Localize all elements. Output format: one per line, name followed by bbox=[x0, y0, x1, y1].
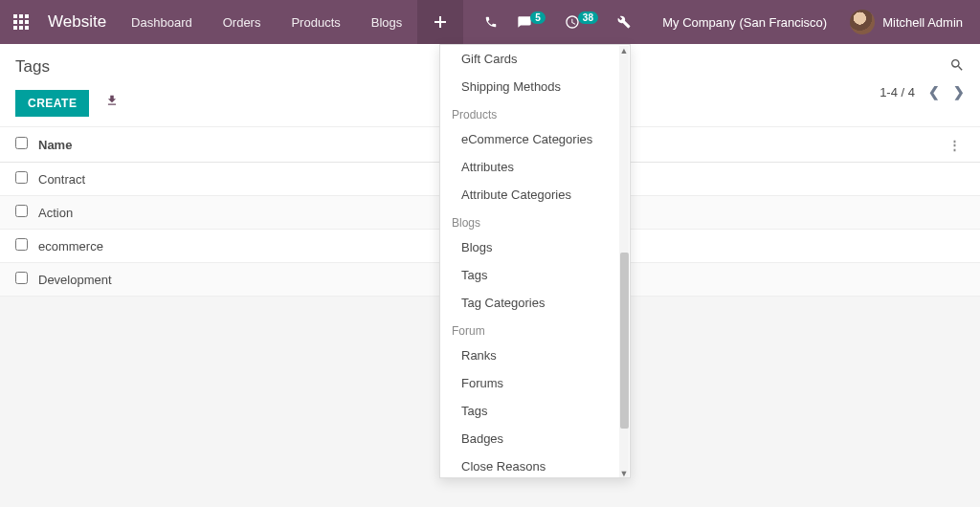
svg-rect-5 bbox=[25, 20, 29, 24]
top-navbar: Website Dashboard Orders Products Blogs … bbox=[0, 0, 980, 44]
dropdown-scrollbar[interactable]: ▲ ▼ bbox=[619, 46, 629, 478]
scroll-thumb[interactable] bbox=[620, 253, 629, 429]
brand-website[interactable]: Website bbox=[38, 9, 116, 35]
tools-icon[interactable] bbox=[608, 15, 640, 29]
svg-rect-0 bbox=[13, 14, 17, 18]
apps-icon[interactable] bbox=[8, 9, 34, 35]
dd-section-blogs: Blogs bbox=[440, 209, 630, 233]
import-icon[interactable] bbox=[105, 95, 119, 110]
nav-products[interactable]: Products bbox=[276, 15, 355, 30]
svg-rect-1 bbox=[19, 14, 23, 18]
dd-close-reasons[interactable]: Close Reasons bbox=[440, 452, 630, 478]
dd-ranks[interactable]: Ranks bbox=[440, 342, 630, 369]
nav-orders[interactable]: Orders bbox=[208, 15, 277, 30]
row-checkbox[interactable] bbox=[15, 272, 28, 284]
breadcrumb: Tags bbox=[15, 57, 490, 77]
svg-rect-8 bbox=[25, 26, 29, 30]
dd-section-products: Products bbox=[440, 100, 630, 125]
svg-rect-3 bbox=[13, 20, 17, 24]
dd-badges[interactable]: Badges bbox=[440, 425, 630, 452]
company-selector[interactable]: My Company (San Francisco) bbox=[649, 15, 840, 30]
messages-icon[interactable]: 5 bbox=[507, 15, 555, 29]
scroll-down-icon[interactable]: ▼ bbox=[619, 469, 629, 478]
new-content-dropdown: Gift Cards Shipping Methods Products eCo… bbox=[439, 44, 631, 478]
activities-badge: 38 bbox=[578, 11, 598, 24]
svg-rect-7 bbox=[19, 26, 23, 30]
dd-blog-tags[interactable]: Tags bbox=[440, 261, 630, 289]
pager-prev-icon[interactable]: ❮ bbox=[928, 84, 940, 99]
pager: 1-4 / 4 ❮ ❯ bbox=[880, 84, 965, 99]
row-checkbox[interactable] bbox=[15, 238, 28, 251]
dd-section-forum: Forum bbox=[440, 317, 630, 342]
dd-tag-categories[interactable]: Tag Categories bbox=[440, 289, 630, 317]
columns-kebab-icon[interactable]: ⋮ bbox=[945, 138, 965, 152]
avatar bbox=[850, 10, 875, 34]
select-all-checkbox[interactable] bbox=[15, 137, 28, 149]
dd-gift-cards[interactable]: Gift Cards bbox=[440, 45, 630, 73]
nav-blogs[interactable]: Blogs bbox=[356, 15, 418, 30]
activities-icon[interactable]: 38 bbox=[555, 14, 608, 30]
pager-range[interactable]: 1-4 / 4 bbox=[880, 85, 915, 99]
dd-shipping-methods[interactable]: Shipping Methods bbox=[440, 73, 630, 100]
messages-badge: 5 bbox=[530, 11, 546, 24]
new-content-plus-icon[interactable] bbox=[417, 0, 463, 44]
dd-forum-tags[interactable]: Tags bbox=[440, 397, 630, 425]
row-checkbox[interactable] bbox=[15, 171, 28, 184]
dd-attributes[interactable]: Attributes bbox=[440, 153, 630, 181]
dd-blogs[interactable]: Blogs bbox=[440, 233, 630, 261]
create-button[interactable]: CREATE bbox=[15, 90, 89, 117]
pager-next-icon[interactable]: ❯ bbox=[953, 84, 965, 99]
dd-forums[interactable]: Forums bbox=[440, 369, 630, 397]
dd-ecommerce-categories[interactable]: eCommerce Categories bbox=[440, 125, 630, 153]
svg-rect-2 bbox=[25, 14, 29, 18]
dd-attribute-categories[interactable]: Attribute Categories bbox=[440, 181, 630, 209]
phone-icon[interactable] bbox=[475, 15, 507, 29]
scroll-up-icon[interactable]: ▲ bbox=[619, 46, 629, 55]
user-menu[interactable]: Mitchell Admin bbox=[840, 10, 972, 34]
nav-dashboard[interactable]: Dashboard bbox=[116, 15, 208, 30]
row-checkbox[interactable] bbox=[15, 205, 28, 217]
search-icon[interactable] bbox=[949, 57, 965, 73]
svg-rect-4 bbox=[19, 20, 23, 24]
svg-rect-6 bbox=[13, 26, 17, 30]
user-name: Mitchell Admin bbox=[882, 15, 963, 30]
